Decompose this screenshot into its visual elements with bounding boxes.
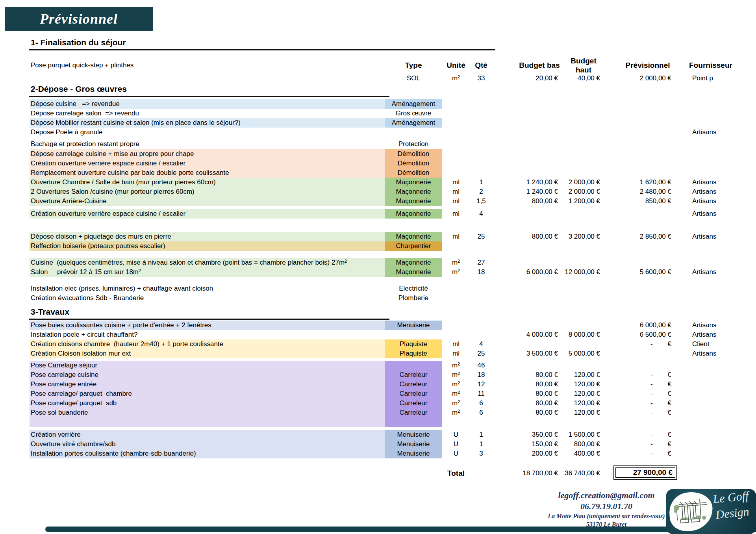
cell-type: Maçonnerie [385,209,442,219]
cell-type: Electricité [385,284,442,293]
cell-budget-bas: 6 000,00 € [508,267,558,277]
row-description: Création Cloison isolation mur ext [31,349,131,358]
table-row: SOLm²3320,00 €40,00 €2 000,00 €Point p [0,74,756,83]
cell-budget-haut: 3 200,00 € [553,232,600,241]
cell-fournisseur: Artisans [692,178,756,187]
row-description: Dépose cuisine => revendue [31,99,120,109]
cell-type: Carreleur [385,380,442,389]
table-row: Création évacuations Sdb - BuanderiePlom… [0,293,756,303]
budget-sheet-page: Prévisionnel 1- Finalisation du séjour P… [0,0,756,534]
cell-budget-haut: 120,00 € [553,389,600,399]
cell-unite: m² [442,361,470,370]
total-budget-bas: 18 700,00 € [508,467,558,480]
cell-fournisseur: Artisans [692,128,756,137]
section-heading-2: 2-Dépose - Gros œuvres [29,84,389,97]
cell-budget-bas: 150,00 € [508,439,558,449]
row-description: Création ouverture verrière espace cuisi… [31,209,185,219]
cell-fournisseur: Artisans [692,187,756,197]
row-description: Création verrière [31,430,81,439]
row-description: 2 Ouvertures Salon /cuisine (mur porteur… [31,187,195,197]
cell-type: Plaquiste [385,349,442,358]
row-description: Création cloisons chambre (hauteur 2m40)… [31,339,223,349]
row-description: Dépose Mobilier restant cuisine et salon… [31,118,241,128]
cell-unite: m² [442,389,470,399]
row-description: Remplacement ouverture cuisine par baie … [31,168,229,178]
cell-budget-haut: 120,00 € [553,408,600,417]
table-row: Pose carrelage/ parquet chambreCarreleur… [0,389,756,399]
row-description: Pose carrelage/ parquet sdb [31,399,117,408]
cell-previsionnel: 2 850,00 € [614,232,671,241]
cell-fournisseur: Artisans [692,197,756,206]
table-row: Remplacement ouverture cuisine par baie … [0,168,756,178]
row-description: Dépose carrelage cuisine + mise au propr… [31,149,194,159]
cell-budget-haut: 2 000,00 € [553,178,600,187]
cell-budget-haut: 40,00 € [553,74,600,83]
cell-unite: U [442,439,470,449]
cell-fournisseur: Artisans [692,267,756,277]
cell-qte: 3 [469,449,494,458]
column-header-unite: Unité [442,59,470,72]
cell-budget-bas: 3 500,00 € [508,349,558,358]
cell-budget-bas: 800,00 € [508,232,558,241]
cell-previsionnel: - € [614,439,671,449]
table-row: Création ouverture verrière espace cuisi… [0,159,756,168]
cell-previsionnel: - € [614,339,671,349]
table-row: Dépose cloison + piquetage des murs en p… [0,232,756,241]
column-header-previsionnel: Prévisionnel [620,59,675,72]
cell-type: Carreleur [385,399,442,408]
cell-unite: ml [442,232,470,241]
cell-previsionnel: - € [614,449,671,458]
table-row: Pose sol buanderieCarreleurm²680,00 €120… [0,408,756,417]
logo-wordmark-line1: Le Goff [710,489,752,506]
table-row: Pose Carrelage séjourm²46 [0,361,756,370]
row-description: Pose carrelage/ parquet chambre [31,389,132,399]
cell-type: Menuiserie [385,449,442,458]
cell-qte: 12 [469,380,494,389]
table-row: Reffection boiserie (poteaux poutres esc… [0,241,756,251]
cell-qte: 46 [469,361,494,370]
header-description: Pose parquet quick-step + plinthes [31,59,133,72]
cell-budget-haut: 120,00 € [553,370,600,380]
row-description: Pose baies coulissantes cuisine + porte … [31,321,211,330]
cell-qte: 25 [469,232,494,241]
cell-previsionnel: 6 000,00 € [614,321,671,330]
cell-budget-bas: 800,00 € [508,197,558,206]
cell-previsionnel: - € [614,389,671,399]
total-budget-haut: 36 740,00 € [553,467,600,480]
cell-budget-bas: 350,00 € [508,430,558,439]
cell-budget-haut: 120,00 € [553,380,600,389]
cell-type: Carreleur [385,370,442,380]
table-row: Création Cloison isolation mur extPlaqui… [0,349,756,358]
row-description: Pose sol buanderie [31,408,88,417]
cell-qte: 25 [469,349,494,358]
row-highlight-band [30,430,385,439]
row-description: Dépose cloison + piquetage des murs en p… [31,232,171,241]
cell-fournisseur: Artisans [692,349,756,358]
table-row: Dépose carrelage salon => revenduGros œu… [0,109,756,118]
cell-unite: m² [442,408,470,417]
cell-unite: ml [442,339,470,349]
cell-budget-haut: 8 000,00 € [553,330,600,339]
cell-type: Maçonnerie [385,178,442,187]
cell-unite: m² [442,74,470,83]
total-previsionnel: 27 900,00 € [613,465,677,480]
cell-qte: 27 [469,258,494,267]
bottom-accent-bar [45,527,756,532]
cell-qte: 6 [469,399,494,408]
cell-budget-haut: 12 000,00 € [553,267,600,277]
cell-type: Maçonnerie [385,267,442,277]
cell-unite: m² [442,267,470,277]
cell-fournisseur: Artisans [692,330,756,339]
table-row: Dépose carrelage cuisine + mise au propr… [0,149,756,159]
cell-type: Gros œuvre [385,109,442,118]
cell-budget-bas: 4 000,00 € [508,330,558,339]
table-row: Pose carrelage entréeCarreleurm²1280,00 … [0,380,756,389]
cell-previsionnel: - € [614,408,671,417]
cell-type: Démolition [385,159,442,168]
section-heading-3: 3-Travaux [29,307,389,320]
cell-previsionnel: - € [614,380,671,389]
cell-qte: 18 [469,267,494,277]
pergola-sketch-icon [671,494,711,529]
table-row: Instalation poele + circuit chauffant?4 … [0,330,756,339]
row-description: Bachage et protection restant propre [31,139,139,149]
